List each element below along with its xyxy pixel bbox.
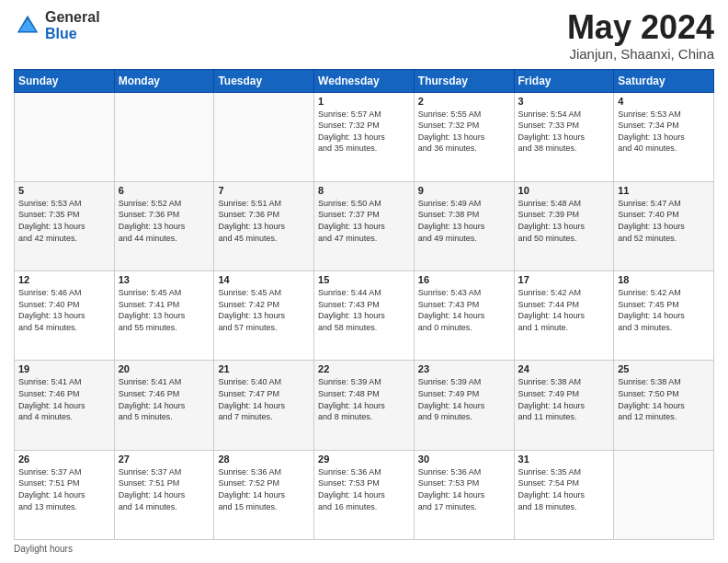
day-cell: 12Sunrise: 5:46 AM Sunset: 7:40 PM Dayli…	[15, 271, 115, 361]
daylight-label: Daylight hours	[14, 544, 73, 554]
day-info: Sunrise: 5:38 AM Sunset: 7:49 PM Dayligh…	[518, 376, 610, 422]
day-info: Sunrise: 5:53 AM Sunset: 7:35 PM Dayligh…	[18, 198, 110, 244]
day-info: Sunrise: 5:51 AM Sunset: 7:36 PM Dayligh…	[218, 198, 310, 244]
week-row-3: 12Sunrise: 5:46 AM Sunset: 7:40 PM Dayli…	[15, 271, 714, 361]
day-info: Sunrise: 5:36 AM Sunset: 7:53 PM Dayligh…	[318, 466, 410, 512]
day-cell: 7Sunrise: 5:51 AM Sunset: 7:36 PM Daylig…	[214, 181, 314, 270]
day-cell: 17Sunrise: 5:42 AM Sunset: 7:44 PM Dayli…	[514, 271, 614, 361]
day-cell: 4Sunrise: 5:53 AM Sunset: 7:34 PM Daylig…	[614, 92, 714, 181]
header: General Blue May 2024 Jianjun, Shaanxi, …	[14, 9, 714, 62]
week-row-5: 26Sunrise: 5:37 AM Sunset: 7:51 PM Dayli…	[15, 450, 714, 539]
day-cell: 8Sunrise: 5:50 AM Sunset: 7:37 PM Daylig…	[314, 181, 415, 270]
logo-icon	[14, 12, 41, 40]
day-cell: 19Sunrise: 5:41 AM Sunset: 7:46 PM Dayli…	[15, 361, 115, 450]
col-header-saturday: Saturday	[614, 69, 714, 92]
day-info: Sunrise: 5:43 AM Sunset: 7:43 PM Dayligh…	[418, 287, 510, 333]
day-info: Sunrise: 5:42 AM Sunset: 7:45 PM Dayligh…	[618, 287, 710, 333]
day-cell: 25Sunrise: 5:38 AM Sunset: 7:50 PM Dayli…	[614, 361, 714, 450]
day-info: Sunrise: 5:52 AM Sunset: 7:36 PM Dayligh…	[119, 198, 210, 244]
day-number: 29	[318, 454, 410, 465]
day-cell	[214, 92, 314, 181]
day-info: Sunrise: 5:38 AM Sunset: 7:50 PM Dayligh…	[618, 376, 710, 422]
day-cell: 9Sunrise: 5:49 AM Sunset: 7:38 PM Daylig…	[414, 181, 514, 270]
day-number: 13	[119, 274, 210, 285]
day-cell: 15Sunrise: 5:44 AM Sunset: 7:43 PM Dayli…	[314, 271, 415, 361]
day-info: Sunrise: 5:50 AM Sunset: 7:37 PM Dayligh…	[318, 198, 410, 244]
day-info: Sunrise: 5:47 AM Sunset: 7:40 PM Dayligh…	[618, 198, 710, 244]
col-header-monday: Monday	[114, 69, 214, 92]
logo: General Blue	[14, 9, 100, 41]
day-cell: 28Sunrise: 5:36 AM Sunset: 7:52 PM Dayli…	[214, 450, 314, 539]
page: General Blue May 2024 Jianjun, Shaanxi, …	[0, 0, 728, 563]
day-number: 18	[618, 274, 710, 285]
day-cell: 2Sunrise: 5:55 AM Sunset: 7:32 PM Daylig…	[414, 92, 514, 181]
title-area: May 2024 Jianjun, Shaanxi, China	[567, 9, 714, 62]
day-number: 7	[218, 185, 310, 196]
day-info: Sunrise: 5:41 AM Sunset: 7:46 PM Dayligh…	[119, 376, 210, 422]
day-info: Sunrise: 5:40 AM Sunset: 7:47 PM Dayligh…	[218, 376, 310, 422]
col-header-sunday: Sunday	[15, 69, 115, 92]
day-info: Sunrise: 5:54 AM Sunset: 7:33 PM Dayligh…	[518, 109, 610, 155]
day-info: Sunrise: 5:37 AM Sunset: 7:51 PM Dayligh…	[119, 466, 210, 512]
day-number: 12	[18, 274, 110, 285]
col-header-friday: Friday	[514, 69, 614, 92]
day-cell: 24Sunrise: 5:38 AM Sunset: 7:49 PM Dayli…	[514, 361, 614, 450]
day-info: Sunrise: 5:39 AM Sunset: 7:48 PM Dayligh…	[318, 376, 410, 422]
day-info: Sunrise: 5:37 AM Sunset: 7:51 PM Dayligh…	[18, 466, 110, 512]
day-number: 14	[218, 274, 310, 285]
day-cell: 10Sunrise: 5:48 AM Sunset: 7:39 PM Dayli…	[514, 181, 614, 270]
day-cell	[15, 92, 115, 181]
day-info: Sunrise: 5:53 AM Sunset: 7:34 PM Dayligh…	[618, 109, 710, 155]
day-info: Sunrise: 5:41 AM Sunset: 7:46 PM Dayligh…	[18, 376, 110, 422]
day-number: 22	[318, 363, 410, 374]
day-number: 11	[618, 185, 710, 196]
day-cell	[614, 450, 714, 539]
day-cell: 5Sunrise: 5:53 AM Sunset: 7:35 PM Daylig…	[15, 181, 115, 270]
day-info: Sunrise: 5:57 AM Sunset: 7:32 PM Dayligh…	[318, 109, 410, 155]
week-row-4: 19Sunrise: 5:41 AM Sunset: 7:46 PM Dayli…	[15, 361, 714, 450]
day-cell: 13Sunrise: 5:45 AM Sunset: 7:41 PM Dayli…	[114, 271, 214, 361]
calendar-table: SundayMondayTuesdayWednesdayThursdayFrid…	[14, 69, 714, 540]
day-info: Sunrise: 5:39 AM Sunset: 7:49 PM Dayligh…	[418, 376, 510, 422]
day-cell: 6Sunrise: 5:52 AM Sunset: 7:36 PM Daylig…	[114, 181, 214, 270]
logo-blue-text: Blue	[45, 26, 100, 42]
day-number: 9	[418, 185, 510, 196]
day-number: 3	[518, 96, 610, 107]
day-cell: 31Sunrise: 5:35 AM Sunset: 7:54 PM Dayli…	[514, 450, 614, 539]
day-number: 25	[618, 363, 710, 374]
day-info: Sunrise: 5:45 AM Sunset: 7:42 PM Dayligh…	[218, 287, 310, 333]
day-number: 8	[318, 185, 410, 196]
day-number: 20	[119, 363, 210, 374]
logo-general-text: General	[45, 9, 100, 26]
day-info: Sunrise: 5:45 AM Sunset: 7:41 PM Dayligh…	[119, 287, 210, 333]
day-number: 16	[418, 274, 510, 285]
day-cell: 20Sunrise: 5:41 AM Sunset: 7:46 PM Dayli…	[114, 361, 214, 450]
day-number: 21	[218, 363, 310, 374]
day-cell: 27Sunrise: 5:37 AM Sunset: 7:51 PM Dayli…	[114, 450, 214, 539]
day-info: Sunrise: 5:44 AM Sunset: 7:43 PM Dayligh…	[318, 287, 410, 333]
logo-text: General Blue	[45, 9, 100, 41]
day-info: Sunrise: 5:36 AM Sunset: 7:53 PM Dayligh…	[418, 466, 510, 512]
day-cell: 3Sunrise: 5:54 AM Sunset: 7:33 PM Daylig…	[514, 92, 614, 181]
day-cell: 30Sunrise: 5:36 AM Sunset: 7:53 PM Dayli…	[414, 450, 514, 539]
day-info: Sunrise: 5:48 AM Sunset: 7:39 PM Dayligh…	[518, 198, 610, 244]
day-number: 6	[119, 185, 210, 196]
day-number: 1	[318, 96, 410, 107]
day-number: 23	[418, 363, 510, 374]
day-number: 17	[518, 274, 610, 285]
days-header-row: SundayMondayTuesdayWednesdayThursdayFrid…	[15, 69, 714, 92]
day-cell: 26Sunrise: 5:37 AM Sunset: 7:51 PM Dayli…	[15, 450, 115, 539]
calendar-title: May 2024	[567, 9, 714, 46]
day-cell	[114, 92, 214, 181]
day-number: 2	[418, 96, 510, 107]
day-info: Sunrise: 5:36 AM Sunset: 7:52 PM Dayligh…	[218, 466, 310, 512]
day-info: Sunrise: 5:46 AM Sunset: 7:40 PM Dayligh…	[18, 287, 110, 333]
day-cell: 22Sunrise: 5:39 AM Sunset: 7:48 PM Dayli…	[314, 361, 415, 450]
day-cell: 18Sunrise: 5:42 AM Sunset: 7:45 PM Dayli…	[614, 271, 714, 361]
day-number: 28	[218, 454, 310, 465]
day-cell: 1Sunrise: 5:57 AM Sunset: 7:32 PM Daylig…	[314, 92, 415, 181]
day-number: 26	[18, 454, 110, 465]
col-header-thursday: Thursday	[414, 69, 514, 92]
col-header-wednesday: Wednesday	[314, 69, 415, 92]
day-cell: 23Sunrise: 5:39 AM Sunset: 7:49 PM Dayli…	[414, 361, 514, 450]
